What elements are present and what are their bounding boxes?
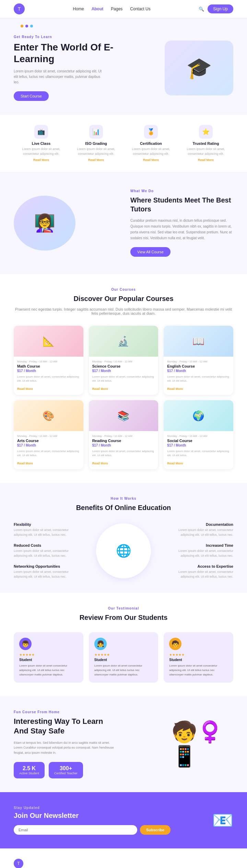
tutors-cta-button[interactable]: View All Course xyxy=(130,247,170,257)
feature-desc-2: Lorem ipsum dolor sit amet, consectetur … xyxy=(127,147,175,156)
signup-button[interactable]: Sign Up xyxy=(208,4,233,13)
feature-link-2[interactable]: Read More xyxy=(143,158,159,162)
fun-tag: Fun Course From Home xyxy=(14,710,118,714)
testimonial-text-1: Lorem ipsum dolor sit amet consectetur a… xyxy=(94,664,153,677)
testimonial-text-2: Lorem ipsum dolor sit amet consectetur a… xyxy=(169,664,228,677)
course-link-1[interactable]: Read More xyxy=(92,387,108,391)
course-image-4: 📚 xyxy=(89,400,158,431)
nav-home[interactable]: Home xyxy=(73,7,84,11)
benefit-desc-1: Lorem ipsum dolor sit amet, consectetur … xyxy=(14,549,82,558)
nav-links: Home About Pages Contact Us xyxy=(73,7,151,11)
fun-illustration: 🧒‍♀️📱 xyxy=(172,713,233,775)
tutors-illustration: 👩‍🏫 xyxy=(14,196,75,251)
course-card-4: 📚 Monday - Friday / 10 AM - 12 AM Readin… xyxy=(89,400,158,469)
hero-section: Get Ready To Learn Enter The World Of E-… xyxy=(0,18,247,115)
testimonial-text-0: Lorem ipsum dolor sit amet consectetur a… xyxy=(19,664,78,677)
testimonial-stars-1: ★★★★★ xyxy=(94,653,153,657)
course-name-5: Social Course xyxy=(167,439,230,443)
course-card-2: 📖 Monday - Friday / 10 AM - 12 AM Englis… xyxy=(164,326,233,395)
benefits-title: Benefits Of Online Education xyxy=(14,503,233,512)
course-card-5: 🌍 Monday - Friday / 10 AM - 12 AM Social… xyxy=(164,400,233,469)
trusted-rating-icon: ⭐ xyxy=(199,125,213,139)
newsletter-email-input[interactable] xyxy=(14,825,137,835)
stat-badge-students: 2.5 K Active Student xyxy=(14,762,45,778)
features-section: 📺 Live Class Lorem ipsum dolor sit amet,… xyxy=(0,115,247,172)
course-image-0: 📐 xyxy=(14,326,83,357)
testimonial-card-1: 👧 ★★★★★ Student Lorem ipsum dolor sit am… xyxy=(89,632,158,682)
hero-desc: Lorem ipsum dolor sit amet, consectetur … xyxy=(14,69,103,85)
course-link-4[interactable]: Read More xyxy=(92,462,108,465)
testimonial-card-2: 🧒 ★★★★★ Student Lorem ipsum dolor sit am… xyxy=(164,632,233,682)
search-icon[interactable]: 🔍 xyxy=(199,7,204,12)
hero-tag: Get Ready To Learn xyxy=(14,35,124,39)
benefit-reduced-costs: Reduced Costs Lorem ipsum dolor sit amet… xyxy=(14,543,82,558)
newsletter-section: Stay Updated Join Our Newsletter Subscri… xyxy=(0,792,247,848)
feature-link-3[interactable]: Read More xyxy=(198,158,214,162)
course-link-0[interactable]: Read More xyxy=(17,387,33,391)
dot-yellow xyxy=(21,25,23,27)
hero-cta-button[interactable]: Start Course xyxy=(14,91,49,101)
iso-grading-icon: 📊 xyxy=(89,125,103,139)
benefits-tag: How It Works xyxy=(14,497,233,500)
benefits-center-diagram: 🌐 xyxy=(89,523,158,578)
newsletter-subscribe-button[interactable]: Subscribe xyxy=(140,825,170,835)
newsletter-tag: Stay Updated xyxy=(14,806,170,810)
course-link-3[interactable]: Read More xyxy=(17,462,33,465)
testimonial-stars-2: ★★★★★ xyxy=(169,653,228,657)
course-desc-4: Lorem ipsum dolor sit amet, consectetur … xyxy=(92,449,155,458)
nav-actions: 🔍 Sign Up xyxy=(199,4,233,13)
course-desc-3: Lorem ipsum dolor sit amet, consectetur … xyxy=(17,449,80,458)
course-price-0: $17 / Month xyxy=(17,369,80,373)
testimonial-name-1: Student xyxy=(94,658,153,662)
testimonials-tag: Our Testimonial xyxy=(14,606,233,610)
feature-title-2: Certification xyxy=(140,141,162,146)
course-name-1: Science Course xyxy=(92,364,155,368)
newsletter-image: 📧 xyxy=(170,810,233,830)
hero-illustration xyxy=(165,40,233,95)
fun-desc: Etiam ut tempus leo. Sed bibendum dui in… xyxy=(14,740,118,755)
testimonial-name-2: Student xyxy=(169,658,228,662)
feature-iso-grading: 📊 ISO Grading Lorem ipsum dolor sit amet… xyxy=(69,125,124,162)
benefits-header: How It Works Benefits Of Online Educatio… xyxy=(14,497,233,512)
course-desc-2: Lorem ipsum dolor sit amet, consectetur … xyxy=(167,375,230,383)
fun-course-section: Fun Course From Home Interesting Way To … xyxy=(0,696,247,792)
course-card-1: 🔬 Monday - Friday / 10 AM - 12 AM Scienc… xyxy=(89,326,158,395)
testimonial-avatar-2: 🧒 xyxy=(169,638,181,650)
course-link-2[interactable]: Read More xyxy=(167,387,183,391)
footer-logo-icon: T xyxy=(14,859,23,868)
newsletter-illustration: 📧 xyxy=(212,810,233,830)
benefit-title-r1: Increased Time xyxy=(165,543,233,547)
courses-section: Our Courses Discover Our Popular Courses… xyxy=(0,274,247,483)
course-schedule-2: Monday - Friday / 10 AM - 12 AM xyxy=(167,360,230,363)
benefit-flexibility: Flexibility Lorem ipsum dolor sit amet, … xyxy=(14,522,82,537)
feature-link-1[interactable]: Read More xyxy=(88,158,104,162)
dot-purple xyxy=(25,25,28,27)
course-name-2: English Course xyxy=(167,364,230,368)
nav-pages[interactable]: Pages xyxy=(111,7,122,11)
course-card-0: 📐 Monday - Friday / 10 AM - 12 AM Math C… xyxy=(14,326,83,395)
benefit-desc-r2: Lorem ipsum dolor sit amet, consectetur … xyxy=(165,570,233,579)
nav-contact[interactable]: Contact Us xyxy=(130,7,150,11)
benefit-desc-0: Lorem ipsum dolor sit amet, consectetur … xyxy=(14,528,82,537)
fun-content: Fun Course From Home Interesting Way To … xyxy=(14,710,118,778)
logo[interactable]: T xyxy=(14,3,25,14)
nav-about[interactable]: About xyxy=(92,7,104,11)
benefit-desc-2: Lorem ipsum dolor sit amet, consectetur … xyxy=(14,570,82,579)
benefit-access-expertise: Access to Expertise Lorem ipsum dolor si… xyxy=(165,564,233,579)
course-link-5[interactable]: Read More xyxy=(167,462,183,465)
hero-image xyxy=(124,40,233,95)
testimonial-avatar-0: 👦 xyxy=(19,638,32,650)
testimonials-title: Review From Our Students xyxy=(14,613,233,622)
feature-title-1: ISO Grading xyxy=(85,141,107,146)
benefits-right: Documentation Lorem ipsum dolor sit amet… xyxy=(165,522,233,579)
benefits-diagram: 🌐 xyxy=(96,523,151,578)
course-schedule-1: Monday - Friday / 10 AM - 12 AM xyxy=(92,360,155,363)
footer-logo[interactable]: T xyxy=(14,859,23,868)
benefit-title-r2: Access to Expertise xyxy=(165,564,233,568)
tutors-image: 👩‍🏫 xyxy=(14,196,117,251)
benefits-layout: Flexibility Lorem ipsum dolor sit amet, … xyxy=(14,522,233,579)
course-desc-0: Lorem ipsum dolor sit amet, consectetur … xyxy=(17,375,80,383)
benefit-title-1: Reduced Costs xyxy=(14,543,82,547)
newsletter-title: Join Our Newsletter xyxy=(14,812,170,820)
feature-link-0[interactable]: Read More xyxy=(33,158,49,162)
